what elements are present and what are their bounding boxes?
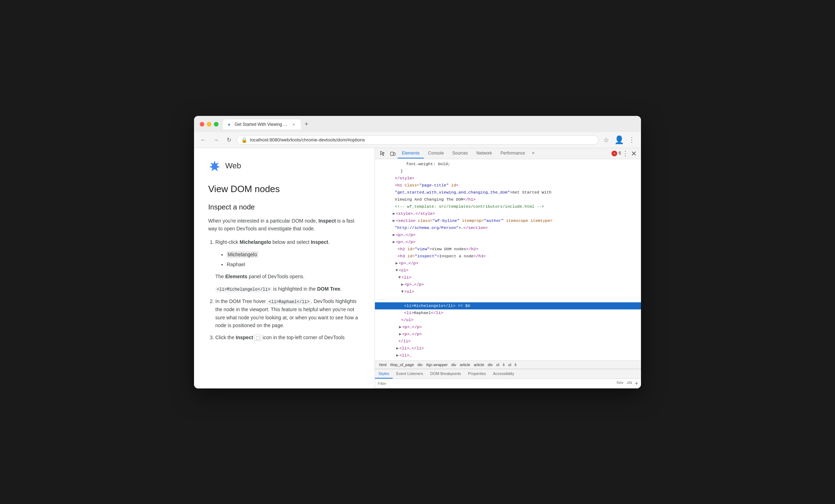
dom-line-font-weight[interactable]: font-weight: bold; — [375, 161, 641, 168]
new-tab-button[interactable]: + — [302, 119, 311, 129]
account-icon: 👤 — [614, 135, 624, 145]
michelangelo-bold: Michelangelo — [239, 239, 271, 245]
dom-line-p-collapsed[interactable]: ▶ <p>…</p> — [375, 281, 641, 288]
dom-line-h1[interactable]: <h1 class="page-title" id= — [375, 182, 641, 189]
expand-arrow-icon[interactable]: ▶ — [393, 232, 395, 238]
li-collapse-arrow[interactable]: ▼ — [398, 274, 401, 281]
dom-line-h3[interactable]: <h3 id="inspect">Inspect a node</h3> — [375, 253, 641, 260]
tab-bar: ✦ Get Started With Viewing And × + — [223, 119, 635, 129]
site-header: Web — [208, 159, 360, 172]
title-bar: ✦ Get Started With Viewing And × + — [194, 116, 641, 132]
bc-li-2[interactable]: li — [513, 362, 518, 367]
ul-open-tag: <ul> — [404, 289, 414, 295]
dom-line-p3[interactable]: ▶ <p>…</p> — [375, 260, 641, 267]
step3-text: Click the Inspect — [215, 335, 254, 340]
expand-arrow-icon[interactable]: ▶ — [399, 331, 402, 337]
dom-line-h1-id[interactable]: "get_started_with_viewing_and_changing_t… — [375, 189, 641, 196]
expand-arrow-icon[interactable]: ▶ — [396, 352, 399, 359]
dom-line-p1[interactable]: ▶ <p>…</p> — [375, 231, 641, 239]
dom-line-p4[interactable]: ▶ <p>…</p> — [375, 324, 641, 331]
dom-line-h2[interactable]: <h2 id="view">View DOM nodes</h2> — [375, 246, 641, 253]
dom-line-li3-collapsed[interactable]: ▶ <li>… — [375, 352, 641, 359]
bookmark-button[interactable]: ☆ — [601, 135, 611, 145]
more-tabs-button[interactable]: » — [529, 149, 537, 158]
dom-line-li2-collapsed[interactable]: ▶ <li>…</li> — [375, 345, 641, 352]
dom-line-li-open[interactable]: ▼ <li> — [375, 274, 641, 281]
expand-arrow-icon[interactable]: ▶ — [396, 345, 399, 352]
cls-filter[interactable]: .cls — [626, 380, 632, 387]
styles-tab-event-listeners[interactable]: Event Listeners — [393, 369, 427, 379]
tab-console[interactable]: Console — [424, 149, 448, 158]
refresh-button[interactable]: ↻ — [224, 135, 234, 145]
dom-line-p2[interactable]: ▶ <p>…</p> — [375, 239, 641, 246]
note-highlight-text: is highlighted in the — [272, 286, 317, 292]
dom-tree[interactable]: font-weight: bold; } </style> <h1 class=… — [375, 159, 641, 360]
bc-li-1[interactable]: li — [502, 362, 506, 367]
traffic-lights — [200, 122, 219, 127]
dom-line-p5[interactable]: ▶ <p>…</p> — [375, 331, 641, 338]
expand-arrow-icon[interactable]: ▶ — [399, 324, 402, 330]
dom-line-li-close[interactable]: </li> — [375, 338, 641, 345]
bc-ul[interactable]: ul — [507, 362, 513, 367]
devtools-close-button[interactable] — [630, 148, 638, 159]
expand-arrow-icon[interactable]: ▶ — [396, 260, 398, 267]
tab-elements[interactable]: Elements — [398, 149, 424, 158]
dom-line-brace[interactable]: } — [375, 168, 641, 175]
account-button[interactable]: 👤 — [614, 135, 624, 145]
bc-div-3[interactable]: div — [486, 362, 494, 367]
ellipsis-text: ... — [378, 296, 385, 302]
forward-icon: → — [213, 137, 219, 143]
active-tab[interactable]: ✦ Get Started With Viewing And × — [223, 119, 301, 129]
devtools-tabs: Elements Console Sources Network Perform… — [398, 149, 612, 158]
dom-line-section-url[interactable]: "http://schema.org/Person">…</section> — [375, 224, 641, 231]
bc-article-1[interactable]: article — [458, 362, 471, 367]
expand-arrow-icon[interactable]: ▶ — [393, 218, 395, 224]
chrome-menu-button[interactable]: ⋮ — [627, 135, 637, 145]
ol-collapse-arrow[interactable]: ▼ — [396, 267, 398, 274]
styles-tab-accessibility[interactable]: Accessibility — [490, 369, 518, 379]
bc-gc-wrapper[interactable]: #gc-wrapper — [425, 362, 449, 367]
bc-div-1[interactable]: div — [416, 362, 424, 367]
expand-arrow-icon[interactable]: ▶ — [393, 211, 395, 217]
hov-filter[interactable]: :hov — [616, 380, 623, 387]
device-toolbar-button[interactable] — [388, 148, 398, 159]
maximize-traffic-light[interactable] — [214, 122, 219, 127]
dom-line-style-collapsed[interactable]: ▶ <style>…</style> — [375, 210, 641, 217]
dom-line-h1-content[interactable]: Viewing And Changing The DOM</h1> — [375, 196, 641, 203]
devtools-more-button[interactable]: ⋮ — [621, 148, 630, 159]
expand-arrow-icon[interactable]: ▶ — [401, 281, 404, 288]
tab-network[interactable]: Network — [472, 149, 496, 158]
inspect-element-button[interactable] — [378, 148, 388, 159]
bc-top-of-page[interactable]: #top_of_page — [389, 362, 415, 367]
styles-tab-dom-breakpoints[interactable]: DOM Breakpoints — [427, 369, 465, 379]
dom-line-section[interactable]: ▶ <section class="wf-byline" itemprop="a… — [375, 217, 641, 224]
close-traffic-light[interactable] — [200, 122, 204, 127]
dom-line-comment[interactable]: <!-- wf_template: src/templates/contribu… — [375, 203, 641, 210]
dom-line-michelangelo[interactable]: <li>Michelangelo</li> == $0 — [375, 302, 641, 309]
back-button[interactable]: ← — [198, 135, 208, 145]
forward-button[interactable]: → — [211, 135, 221, 145]
tab-title: Get Started With Viewing And — [234, 122, 288, 127]
bc-ol[interactable]: ol — [495, 362, 501, 367]
dom-line-ellipsis[interactable]: ... — [375, 295, 641, 302]
ul-collapse-arrow[interactable]: ▼ — [401, 289, 404, 295]
bc-article-2[interactable]: article — [472, 362, 486, 367]
bc-div-2[interactable]: div — [450, 362, 458, 367]
address-bar[interactable]: 🔒 localhost:8080/web/tools/chrome-devtoo… — [237, 135, 598, 145]
minimize-traffic-light[interactable] — [207, 122, 211, 127]
styles-tab-properties[interactable]: Properties — [465, 369, 490, 379]
dom-line-raphael[interactable]: <li>Raphael</li> — [375, 309, 641, 317]
tab-close-button[interactable]: × — [291, 122, 297, 127]
dom-line-style-close[interactable]: </style> — [375, 175, 641, 182]
dom-line-ul-close[interactable]: </ul> — [375, 317, 641, 324]
styles-tab-styles[interactable]: Styles — [375, 369, 393, 379]
expand-arrow-icon[interactable]: ▶ — [393, 239, 395, 245]
tab-sources[interactable]: Sources — [448, 149, 472, 158]
dom-line-ol-open[interactable]: ▼ <ol> — [375, 267, 641, 274]
bc-html[interactable]: html — [378, 362, 388, 367]
tab-performance[interactable]: Performance — [496, 149, 529, 158]
dom-line-ul-open[interactable]: ▼ <ul> — [375, 288, 641, 295]
add-style-button[interactable]: + — [635, 380, 638, 387]
filter-input[interactable] — [378, 381, 613, 386]
michelangelo-highlighted: Michelangelo — [227, 251, 258, 258]
